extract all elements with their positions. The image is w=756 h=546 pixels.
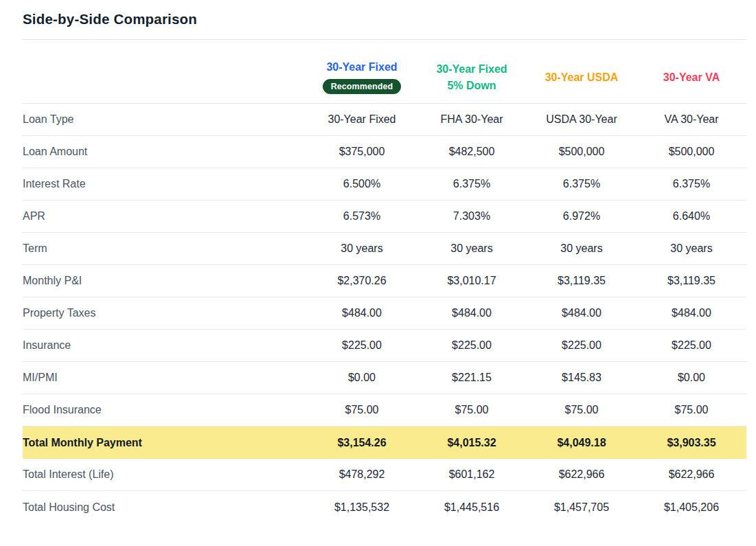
table-row: Loan Type30-Year FixedFHA 30-YearUSDA 30… (23, 104, 746, 136)
cell-value: $0.00 (637, 372, 746, 384)
header-spacer (23, 40, 307, 103)
cell-value: 30 years (637, 242, 746, 255)
cell-value: $75.00 (417, 404, 527, 416)
table-row: Monthly P&I$2,370.26$3,010.17$3,119.35$3… (23, 265, 746, 297)
row-label: APR (23, 210, 307, 223)
cell-value: 6.500% (307, 178, 417, 190)
cell-value: USDA 30-Year (527, 113, 637, 126)
cell-value: $1,405,206 (637, 501, 746, 514)
column-header-label: 30-Year VA (663, 71, 720, 84)
cell-value: $3,154.26 (307, 437, 417, 449)
comparison-table: 30-Year FixedRecommended30-Year Fixed5% … (23, 39, 746, 523)
cell-value: $484.00 (307, 307, 417, 319)
cell-value: $225.00 (637, 339, 746, 352)
table-row: APR6.573%7.303%6.972%6.640% (23, 201, 746, 233)
column-header-label: 5% Down (447, 80, 496, 92)
cell-value: $75.00 (637, 404, 746, 416)
cell-value: $75.00 (527, 404, 637, 416)
cell-value: 30 years (527, 242, 637, 255)
cell-value: $622,966 (637, 468, 746, 481)
column-header-label: 30-Year USDA (545, 71, 619, 84)
cell-value: $484.00 (417, 307, 527, 319)
cell-value: 30 years (417, 242, 527, 255)
column-header-label: 30-Year Fixed (326, 61, 397, 73)
table-row: Property Taxes$484.00$484.00$484.00$484.… (23, 297, 746, 330)
cell-value: $221.15 (417, 372, 527, 384)
cell-value: VA 30-Year (637, 113, 746, 126)
row-label: Monthly P&I (23, 275, 307, 287)
cell-value: $145.83 (527, 372, 637, 384)
cell-value: $478,292 (307, 468, 417, 481)
cell-value: $2,370.26 (307, 275, 417, 287)
row-label: Total Housing Cost (23, 501, 307, 514)
column-header-label: 30-Year Fixed (436, 63, 507, 76)
row-label: Flood Insurance (23, 404, 307, 416)
cell-value: $482,500 (417, 146, 527, 158)
cell-value: FHA 30-Year (417, 113, 527, 126)
row-label: Insurance (23, 339, 307, 352)
cell-value: 6.375% (417, 178, 527, 190)
cell-value: $484.00 (637, 307, 746, 319)
cell-value: 6.640% (637, 210, 746, 223)
table-row: Total Housing Cost$1,135,532$1,445,516$1… (23, 491, 746, 523)
cell-value: 30 years (307, 242, 417, 255)
cell-value: 6.573% (307, 210, 417, 223)
cell-value: $225.00 (307, 339, 417, 352)
column-header-fixed-30: 30-Year FixedRecommended (307, 40, 417, 103)
table-row: Term30 years30 years30 years30 years (23, 233, 746, 265)
cell-value: $225.00 (417, 339, 527, 352)
cell-value: $500,000 (637, 146, 746, 158)
table-row: Loan Amount$375,000$482,500$500,000$500,… (23, 136, 746, 168)
row-label: Loan Type (23, 113, 307, 126)
row-label: Term (23, 242, 307, 255)
table-row: Insurance$225.00$225.00$225.00$225.00 (23, 330, 746, 362)
row-label: Property Taxes (23, 307, 307, 319)
cell-value: $601,162 (417, 468, 527, 481)
cell-value: $75.00 (307, 404, 417, 416)
column-header-fixed-30-5-down: 30-Year Fixed5% Down (417, 40, 527, 103)
cell-value: $484.00 (527, 307, 637, 319)
table-row: Flood Insurance$75.00$75.00$75.00$75.00 (23, 394, 746, 426)
cell-value: $1,135,532 (307, 501, 417, 514)
column-header-usda-30: 30-Year USDA (527, 40, 637, 103)
table-row-total-monthly-payment: Total Monthly Payment$3,154.26$4,015.32$… (23, 426, 746, 459)
cell-value: $4,049.18 (527, 437, 637, 449)
comparison-page: Side-by-Side Comparison 30-Year FixedRec… (0, 0, 756, 523)
table-row: Total Interest (Life)$478,292$601,162$62… (23, 459, 746, 491)
cell-value: $4,015.32 (417, 437, 527, 449)
recommended-badge: Recommended (323, 79, 402, 94)
cell-value: $1,445,516 (417, 501, 527, 514)
cell-value: $225.00 (527, 339, 637, 352)
cell-value: 6.972% (527, 210, 637, 223)
cell-value: $3,119.35 (527, 275, 637, 287)
page-title: Side-by-Side Comparison (23, 11, 746, 27)
cell-value: $375,000 (307, 146, 417, 158)
cell-value: $0.00 (307, 372, 417, 384)
cell-value: $622,966 (527, 468, 637, 481)
cell-value: $3,010.17 (417, 275, 527, 287)
cell-value: $3,119.35 (637, 275, 746, 287)
table-header-row: 30-Year FixedRecommended30-Year Fixed5% … (23, 40, 746, 104)
row-label: Interest Rate (23, 178, 307, 190)
table-row: MI/PMI$0.00$221.15$145.83$0.00 (23, 362, 746, 394)
table-row: Interest Rate6.500%6.375%6.375%6.375% (23, 168, 746, 201)
cell-value: $3,903.35 (637, 437, 746, 449)
cell-value: 6.375% (637, 178, 746, 190)
table-body: Loan Type30-Year FixedFHA 30-YearUSDA 30… (23, 104, 746, 523)
cell-value: 6.375% (527, 178, 637, 190)
cell-value: $500,000 (527, 146, 637, 158)
row-label: Total Monthly Payment (23, 437, 307, 449)
row-label: Loan Amount (23, 146, 307, 158)
cell-value: 7.303% (417, 210, 527, 223)
cell-value: 30-Year Fixed (307, 113, 417, 126)
cell-value: $1,457,705 (527, 501, 637, 514)
row-label: MI/PMI (23, 372, 307, 384)
column-header-va-30: 30-Year VA (637, 40, 746, 103)
row-label: Total Interest (Life) (23, 468, 307, 481)
